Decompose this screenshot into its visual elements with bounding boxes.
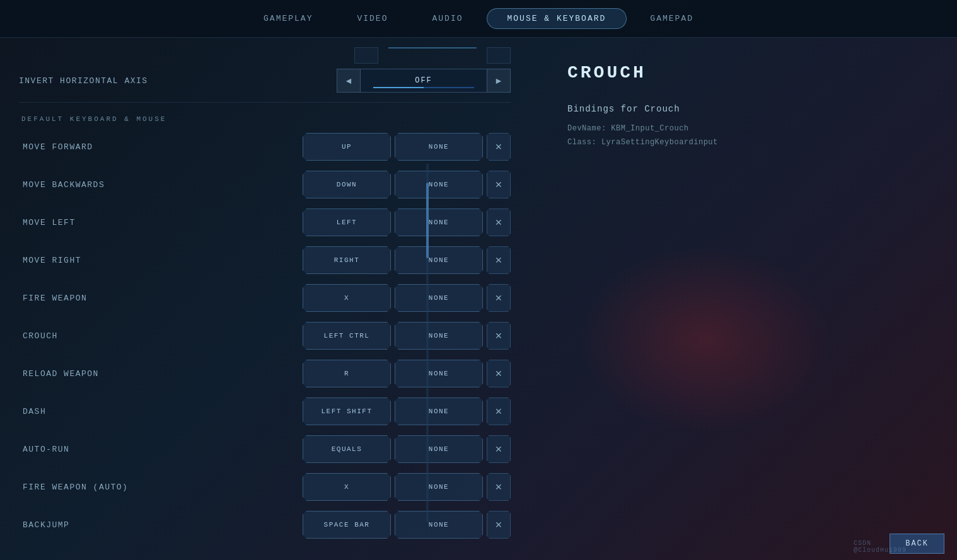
left-panel: Invert Horizontal Axis ◄ OFF ► DEFAULT K… <box>0 38 530 560</box>
binding-row-move-forward: Move Forward UP NONE ✕ <box>19 130 511 163</box>
clear-btn-left[interactable]: ✕ <box>487 209 511 236</box>
clear-btn-fireweapon-auto[interactable]: ✕ <box>487 473 511 501</box>
binding-controls-backjump: SPACE BAR NONE ✕ <box>303 511 511 539</box>
binding-row-fire-weapon: Fire Weapon X NONE ✕ <box>19 282 511 314</box>
partial-btn-2 <box>487 47 511 64</box>
clear-btn-crouch[interactable]: ✕ <box>487 322 511 350</box>
binding-info-title: Bindings for Crouch <box>567 101 919 117</box>
binding-label-fire-weapon-auto: Fire Weapon (Auto) <box>19 483 303 492</box>
binding-controls-fire-weapon: X NONE ✕ <box>303 284 511 312</box>
clear-btn-forward[interactable]: ✕ <box>487 133 511 161</box>
binding-controls-move-right: RIGHT NONE ✕ <box>303 246 511 274</box>
binding-row-crouch: Crouch LEFT CTRL NONE ✕ <box>19 319 511 352</box>
clear-btn-right[interactable]: ✕ <box>487 246 511 274</box>
scroll-indicator <box>426 164 429 522</box>
binding-controls-crouch: LEFT CTRL NONE ✕ <box>303 322 511 350</box>
key-btn-fireweapon-auto-2[interactable]: NONE <box>395 473 483 501</box>
clear-btn-fire[interactable]: ✕ <box>487 284 511 312</box>
top-navigation: GAMEPLAY VIDEO AUDIO MOUSE & KEYBOARD GA… <box>0 0 957 38</box>
binding-row-fire-weapon-auto: Fire Weapon (Auto) X NONE ✕ <box>19 471 511 503</box>
invert-controls: ◄ OFF ► <box>337 69 511 93</box>
binding-info: Bindings for Crouch DevName: KBM_Input_C… <box>567 101 919 149</box>
partial-line <box>388 47 477 49</box>
key-btn-crouch-1[interactable]: LEFT CTRL <box>303 322 391 350</box>
key-btn-autorun-1[interactable]: EQUALS <box>303 435 391 463</box>
invert-value-display: OFF <box>361 69 487 93</box>
key-btn-backwards-1[interactable]: DOWN <box>303 171 391 198</box>
binding-row-backjump: BackJump SPACE BAR NONE ✕ <box>19 508 511 541</box>
binding-row-move-left: Move Left LEFT NONE ✕ <box>19 206 511 239</box>
key-btn-crouch-2[interactable]: NONE <box>395 322 483 350</box>
key-btn-forward-1[interactable]: UP <box>303 133 391 161</box>
key-btn-left-2[interactable]: NONE <box>395 209 483 236</box>
binding-label-dash: Dash <box>19 407 303 416</box>
binding-label-fire-weapon: Fire Weapon <box>19 294 303 303</box>
invert-left-arrow[interactable]: ◄ <box>337 69 361 93</box>
key-btn-right-2[interactable]: NONE <box>395 246 483 274</box>
key-btn-fire-1[interactable]: X <box>303 284 391 312</box>
binding-controls-fire-weapon-auto: X NONE ✕ <box>303 473 511 501</box>
key-btn-reload-1[interactable]: R <box>303 360 391 387</box>
key-btn-forward-2[interactable]: NONE <box>395 133 483 161</box>
binding-row-dash: Dash LEFT SHIFT NONE ✕ <box>19 395 511 428</box>
partial-row <box>19 47 511 64</box>
clear-btn-backwards[interactable]: ✕ <box>487 171 511 198</box>
binding-row-auto-run: Auto-run EQUALS NONE ✕ <box>19 433 511 466</box>
binding-controls-reload-weapon: R NONE ✕ <box>303 360 511 387</box>
binding-row-move-backwards: Move Backwards DOWN NONE ✕ <box>19 168 511 201</box>
right-panel: CROUCH Bindings for Crouch DevName: KBM_… <box>530 38 957 560</box>
binding-label-reload-weapon: Reload Weapon <box>19 369 303 379</box>
tab-audio[interactable]: AUDIO <box>411 8 484 29</box>
key-btn-backjump-2[interactable]: NONE <box>395 511 483 539</box>
scroll-thumb[interactable] <box>426 183 429 258</box>
binding-controls-dash: LEFT SHIFT NONE ✕ <box>303 397 511 425</box>
partial-btn-1 <box>354 47 378 64</box>
key-btn-backwards-2[interactable]: NONE <box>395 171 483 198</box>
clear-btn-autorun[interactable]: ✕ <box>487 435 511 463</box>
binding-row-move-right: Move Right RIGHT NONE ✕ <box>19 244 511 277</box>
invert-right-arrow[interactable]: ► <box>487 69 511 93</box>
watermark: CSDN @CloudHu1989 <box>854 540 907 554</box>
binding-row-reload-weapon: Reload Weapon R NONE ✕ <box>19 357 511 390</box>
tab-video[interactable]: VIDEO <box>336 8 409 29</box>
key-btn-autorun-2[interactable]: NONE <box>395 435 483 463</box>
tab-gamepad[interactable]: GAMEPAD <box>629 8 714 29</box>
dev-name: DevName: KBM_Input_Crouch <box>567 122 919 136</box>
binding-controls-move-backwards: DOWN NONE ✕ <box>303 171 511 198</box>
key-btn-reload-2[interactable]: NONE <box>395 360 483 387</box>
key-btn-backjump-1[interactable]: SPACE BAR <box>303 511 391 539</box>
invert-value-line <box>373 87 474 88</box>
invert-horizontal-row: Invert Horizontal Axis ◄ OFF ► <box>19 69 511 103</box>
key-btn-dash-2[interactable]: NONE <box>395 397 483 425</box>
invert-value-text: OFF <box>415 76 432 85</box>
binding-controls-auto-run: EQUALS NONE ✕ <box>303 435 511 463</box>
binding-label-backjump: BackJump <box>19 520 303 530</box>
bottom-bar: CSDN @CloudHu1989 BACK <box>877 527 957 560</box>
binding-label-move-backwards: Move Backwards <box>19 180 303 190</box>
clear-btn-reload[interactable]: ✕ <box>487 360 511 387</box>
invert-label: Invert Horizontal Axis <box>19 76 337 86</box>
class-name: Class: LyraSettingKeyboardinput <box>567 136 919 150</box>
tab-gameplay[interactable]: GAMEPLAY <box>243 8 334 29</box>
binding-label-move-right: Move Right <box>19 256 303 265</box>
key-btn-right-1[interactable]: RIGHT <box>303 246 391 274</box>
binding-label-move-left: Move Left <box>19 218 303 227</box>
binding-controls-move-forward: UP NONE ✕ <box>303 133 511 161</box>
binding-label-crouch: Crouch <box>19 331 303 341</box>
key-btn-fire-2[interactable]: NONE <box>395 284 483 312</box>
clear-btn-dash[interactable]: ✕ <box>487 397 511 425</box>
binding-label-auto-run: Auto-run <box>19 445 303 454</box>
section-header: DEFAULT KEYBOARD & MOUSE <box>19 115 511 123</box>
key-btn-fireweapon-auto-1[interactable]: X <box>303 473 391 501</box>
key-btn-dash-1[interactable]: LEFT SHIFT <box>303 397 391 425</box>
invert-value-line-fill <box>373 87 424 88</box>
clear-btn-backjump[interactable]: ✕ <box>487 511 511 539</box>
tab-mouse-keyboard[interactable]: MOUSE & KEYBOARD <box>487 8 627 29</box>
binding-controls-move-left: LEFT NONE ✕ <box>303 209 511 236</box>
key-btn-left-1[interactable]: LEFT <box>303 209 391 236</box>
main-content: Invert Horizontal Axis ◄ OFF ► DEFAULT K… <box>0 38 957 560</box>
crouch-title: CROUCH <box>567 63 919 83</box>
binding-label-move-forward: Move Forward <box>19 142 303 152</box>
